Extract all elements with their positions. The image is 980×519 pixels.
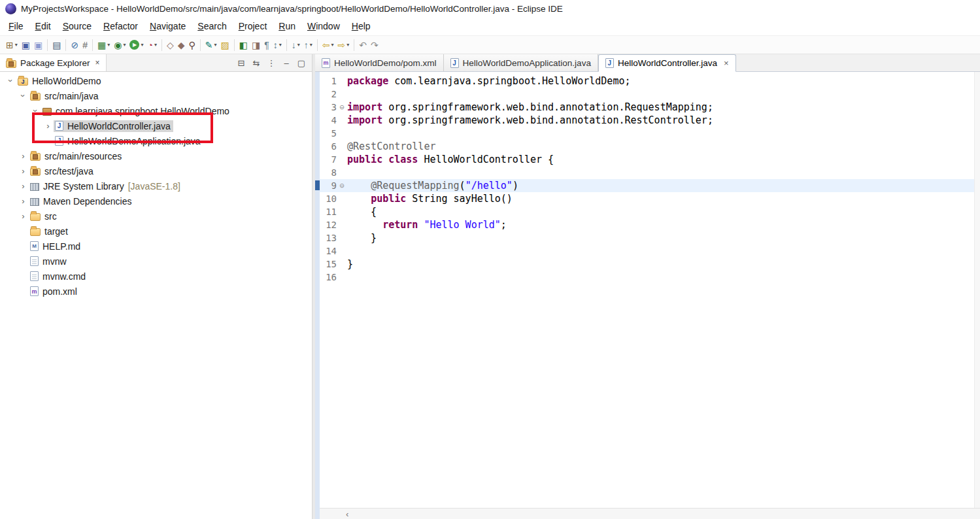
editor-tab[interactable]: HelloWorldDemo/pom.xml [315, 54, 444, 71]
view-close-icon[interactable]: × [95, 58, 100, 67]
build-all-icon[interactable]: # [80, 37, 90, 53]
tree-item[interactable]: HELP.md [0, 239, 312, 254]
menu-item-project[interactable]: Project [233, 18, 273, 35]
vertical-scrollbar[interactable] [974, 72, 980, 508]
back-icon[interactable]: ⇦▾ [320, 37, 336, 53]
tree-item[interactable]: pom.xml [0, 284, 312, 299]
open-type-icon[interactable]: ◇ [165, 37, 176, 53]
editor-tab[interactable]: HelloWorldDemoApplication.java [444, 54, 598, 71]
code-line[interactable]: 8 [320, 166, 980, 179]
minimize-icon[interactable]: – [280, 58, 293, 68]
code-line[interactable]: 10 public String sayHello() [320, 192, 980, 205]
previous-annotation-icon[interactable]: ↑▾ [302, 37, 314, 53]
tree-item[interactable]: ›src/test/java [0, 163, 312, 178]
debug-icon[interactable]: ◉▾ [112, 37, 127, 53]
tree-item[interactable]: ›src [0, 209, 312, 224]
code-line[interactable]: 13 } [320, 231, 980, 244]
dropdown-arrow-icon[interactable]: ▾ [141, 42, 143, 48]
code-line[interactable]: 6@RestController [320, 140, 980, 153]
fold-marker-icon[interactable]: ⊖ [337, 179, 347, 192]
profile-icon[interactable]: ◔▾ [145, 37, 158, 53]
menu-item-refactor[interactable]: Refactor [97, 18, 144, 35]
link-with-editor-icon[interactable]: ⇆ [250, 58, 263, 68]
close-tab-icon[interactable]: × [724, 58, 729, 68]
dropdown-arrow-icon[interactable]: ▾ [346, 42, 349, 48]
code-line[interactable]: 4import org.springframework.web.bind.ann… [320, 114, 980, 127]
code-line[interactable]: 1package com.learnjava.springboot.HelloW… [320, 75, 980, 88]
menu-item-source[interactable]: Source [57, 18, 97, 35]
pin-editor-icon[interactable]: ✎▾ [203, 37, 219, 53]
code-line[interactable]: 15} [320, 258, 980, 271]
sort-members-icon[interactable]: ↕▾ [271, 37, 284, 53]
dropdown-arrow-icon[interactable]: ▾ [15, 42, 18, 48]
tree-item[interactable]: ›HelloWorldController.java [0, 118, 312, 133]
code-line[interactable]: 9⊖ @RequestMapping("/hello") [320, 179, 980, 192]
editor-tab[interactable]: HelloWorldController.java× [598, 54, 736, 72]
dropdown-arrow-icon[interactable]: ▾ [331, 42, 334, 48]
last-edit-location-icon[interactable]: ↶ [357, 37, 369, 53]
menu-item-edit[interactable]: Edit [29, 18, 57, 35]
next-edit-location-icon[interactable]: ↷ [369, 37, 380, 53]
code-line[interactable]: 16 [320, 271, 980, 284]
save-all-icon[interactable]: ▣ [32, 37, 44, 53]
view-menu-icon[interactable]: ⋮ [265, 58, 278, 68]
annotation-ruler[interactable] [315, 72, 320, 519]
coverage-icon[interactable]: ▦▾ [95, 37, 112, 53]
menu-item-window[interactable]: Window [301, 18, 346, 35]
code-line[interactable]: 11 { [320, 205, 980, 218]
new-class-icon[interactable]: ◧ [237, 37, 250, 53]
tree-item[interactable]: target [0, 224, 312, 239]
fold-marker-icon[interactable]: ⊖ [337, 101, 347, 114]
dropdown-arrow-icon[interactable]: ▾ [310, 42, 313, 48]
code-line[interactable]: 2 [320, 88, 980, 101]
maximize-icon[interactable]: ▢ [295, 58, 308, 68]
expand-chevron-icon[interactable]: › [18, 181, 29, 191]
skip-breakpoints-icon[interactable]: ⊘ [69, 37, 80, 53]
tree-item[interactable]: mvnw.cmd [0, 269, 312, 284]
tree-item[interactable]: ›HelloWorldDemo [0, 73, 312, 88]
search-icon[interactable]: ⚲ [187, 37, 197, 53]
forward-icon[interactable]: ⇨▾ [336, 37, 352, 53]
tree-item[interactable]: ›src/main/resources [0, 148, 312, 163]
code-line[interactable]: 5 [320, 127, 980, 140]
dropdown-arrow-icon[interactable]: ▾ [154, 42, 157, 48]
menu-item-file[interactable]: File [3, 18, 29, 35]
collapse-chevron-icon[interactable]: › [18, 90, 28, 101]
expand-chevron-icon[interactable]: › [42, 121, 54, 131]
menu-item-navigate[interactable]: Navigate [144, 18, 192, 35]
expand-chevron-icon[interactable]: › [18, 196, 29, 206]
open-console-icon[interactable]: ▤ [50, 37, 63, 53]
code-line[interactable]: 7public class HelloWorldController { [320, 153, 980, 166]
new-package-icon[interactable]: ◨ [250, 37, 262, 53]
dropdown-arrow-icon[interactable]: ▾ [214, 42, 217, 48]
code-area[interactable]: 1package com.learnjava.springboot.HelloW… [320, 72, 980, 508]
code-line[interactable]: 3⊖import org.springframework.web.bind.an… [320, 101, 980, 114]
menu-item-run[interactable]: Run [273, 18, 301, 35]
collapse-chevron-icon[interactable]: › [6, 75, 16, 86]
tree-item[interactable]: mvnw [0, 254, 312, 269]
dropdown-arrow-icon[interactable]: ▾ [279, 42, 282, 48]
mark-occurrences-icon[interactable]: ▨ [219, 37, 231, 53]
menu-item-help[interactable]: Help [346, 18, 377, 35]
menu-item-search[interactable]: Search [192, 18, 232, 35]
expand-chevron-icon[interactable]: › [18, 166, 29, 176]
next-annotation-icon[interactable]: ↓▾ [290, 37, 302, 53]
dropdown-arrow-icon[interactable]: ▾ [123, 42, 126, 48]
horizontal-scrollbar[interactable]: ‹ [320, 508, 980, 519]
show-whitespace-icon[interactable]: ¶ [262, 37, 271, 53]
tree-item[interactable]: ›JRE System Library[JavaSE-1.8] [0, 178, 312, 193]
dropdown-arrow-icon[interactable]: ▾ [297, 42, 300, 48]
tree-item[interactable]: ›com.learnjava.springboot.HelloWorldDemo [0, 103, 312, 118]
dropdown-arrow-icon[interactable]: ▾ [107, 42, 110, 48]
code-line[interactable]: 14 [320, 244, 980, 258]
tree-item[interactable]: ›Maven Dependencies [0, 193, 312, 209]
new-wizard-icon[interactable]: ⊞▾ [4, 37, 20, 53]
run-icon[interactable]: ▶▾ [127, 37, 145, 53]
open-resource-icon[interactable]: ◆ [176, 37, 187, 53]
tree-item[interactable]: ›src/main/java [0, 88, 312, 103]
expand-chevron-icon[interactable]: › [18, 151, 29, 161]
scroll-left-icon[interactable]: ‹ [346, 509, 348, 519]
save-icon[interactable]: ▣ [20, 37, 32, 53]
tree-item[interactable]: HelloWorldDemoApplication.java [0, 133, 312, 148]
package-explorer-tab[interactable]: Package Explorer × [0, 54, 107, 71]
